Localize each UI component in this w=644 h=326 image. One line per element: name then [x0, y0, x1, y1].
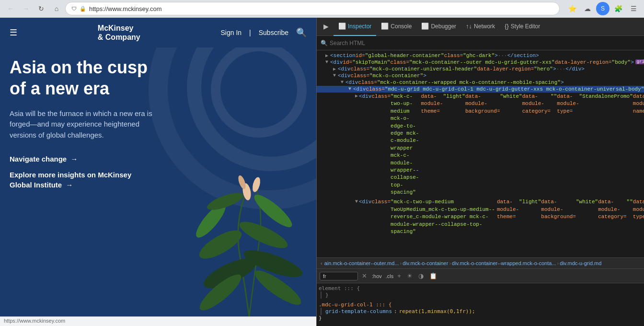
toggle-arrow[interactable]: ▼: [332, 73, 337, 78]
bookmark-button[interactable]: ⭐: [565, 2, 579, 15]
devtools-tabs: ▶ ⬜ Inspector ⬜ Console ⬜ Debugger ↑↓ Ne…: [317, 18, 644, 36]
logo: McKinsey & Company: [98, 23, 140, 42]
extensions-button[interactable]: 🧩: [611, 2, 625, 15]
lock-icon: 🔒: [80, 6, 86, 12]
breadcrumb-sep-3: ›: [557, 260, 559, 266]
search-icon[interactable]: 🔍: [296, 27, 307, 38]
breadcrumb-sep-1: ›: [400, 260, 402, 266]
grid-badge: grid: [635, 59, 644, 64]
html-line-universal-header[interactable]: ▶ <div class="mck-o-container-universal-…: [317, 66, 644, 72]
css-prop-line: grid-template-columns : repeat(1,minmax(…: [325, 308, 644, 315]
toggle-arrow[interactable]: ▶: [324, 53, 329, 58]
toggle-arrow[interactable]: ▶: [355, 93, 358, 100]
element-rule-header: element ::: {: [319, 285, 644, 291]
html-line-skipToMain[interactable]: ▼ <div id="skipToMain" class="mck-o-cont…: [317, 59, 644, 66]
breadcrumb-item-2[interactable]: div.mck-o-container: [402, 260, 448, 266]
pseudo-class-cls[interactable]: .cls: [386, 273, 394, 279]
home-button[interactable]: ⌂: [50, 2, 63, 15]
network-icon: ↑↓: [466, 23, 472, 30]
tab-style-editor[interactable]: {} Style Editor: [500, 18, 545, 36]
toggle-arrow[interactable]: ▼: [355, 198, 358, 205]
screenshot-btn[interactable]: 📋: [427, 271, 439, 280]
css-rules: element ::: { } .mdc-u-grid-col-1 ::: { …: [317, 283, 644, 326]
html-line-mdc-u-grid[interactable]: ▼ <div class="mdc-u-grid mdc-u-grid-col-…: [317, 86, 644, 93]
rule-header: .mdc-u-grid-col-1 ::: { a2ff66d8d2688022…: [319, 302, 644, 308]
plant-image: [182, 149, 316, 316]
browser-chrome: ← → ↻ ⌂ 🛡 🔒 https://www.mckinsey.com ⭐ ☁…: [0, 0, 644, 18]
browser-actions: ⭐ ☁ S 🧩 ☰: [565, 2, 640, 15]
breadcrumb-item-1[interactable]: ain.mck-o-container--outer.md...: [324, 260, 399, 266]
css-filter-input[interactable]: [320, 272, 358, 280]
inspector-content: 🔍 + ▶ <section id="global-header-contain…: [317, 36, 644, 326]
site-header: ☰ McKinsey & Company Sign In | Subscribe…: [0, 18, 316, 47]
pick-icon: ▶: [323, 23, 329, 30]
debugger-icon: ⬜: [421, 23, 429, 30]
html-tree: ▶ <section id="global-header-container" …: [317, 50, 644, 257]
breadcrumb-item-3[interactable]: div.mck-o-container--wrapped.mck-o-conta…: [452, 260, 556, 266]
html-line-two-up-2[interactable]: ▼ <div class="mck-c-two-up-medium TwoUpM…: [317, 198, 644, 236]
prop-line: }: [325, 291, 644, 299]
rule-block: grid-template-columns : repeat(1,minmax(…: [321, 308, 644, 315]
back-button[interactable]: ←: [4, 2, 17, 15]
element-rule: element ::: { }: [319, 285, 644, 299]
website-area: ☰ McKinsey & Company Sign In | Subscribe…: [0, 18, 316, 326]
toggle-arrow[interactable]: ▼: [340, 80, 345, 85]
style-editor-icon: {}: [505, 23, 509, 30]
devtools-panel: ▶ ⬜ Inspector ⬜ Console ⬜ Debugger ↑↓ Ne…: [316, 18, 644, 326]
light-mode-btn[interactable]: ☀: [405, 271, 414, 280]
site-content: Asia on the cusp of a new era Asia will …: [0, 47, 316, 316]
html-line-two-up-1[interactable]: ▶ <div class="mck-c-two-up-medium mck-o-…: [317, 93, 644, 198]
pseudo-class-hov[interactable]: :hov: [372, 273, 382, 279]
security-icon: 🛡: [71, 6, 77, 12]
tab-network[interactable]: ↑↓ Network: [461, 18, 500, 36]
html-line-section[interactable]: ▶ <section id="global-header-container" …: [317, 52, 644, 59]
dark-mode-btn[interactable]: ◑: [416, 271, 426, 280]
devtools-pick-tool[interactable]: ▶: [319, 18, 334, 36]
toggle-arrow[interactable]: ▶: [332, 66, 337, 72]
svg-point-4: [205, 189, 245, 213]
tab-debugger[interactable]: ⬜ Debugger: [416, 18, 461, 36]
menu-button[interactable]: ☰: [627, 2, 640, 15]
tab-console[interactable]: ⬜ Console: [376, 18, 416, 36]
add-rule-btn[interactable]: +: [395, 271, 403, 280]
hamburger-menu[interactable]: ☰: [10, 27, 17, 38]
forward-button[interactable]: →: [19, 2, 33, 15]
html-search-input[interactable]: [330, 40, 644, 47]
breadcrumb-nav-left[interactable]: ‹: [321, 260, 322, 266]
breadcrumb-sep-2: ›: [449, 260, 451, 266]
header-actions: Sign In | Subscribe 🔍: [221, 27, 307, 38]
hero-subtitle: Asia will be the furnace in which a new …: [10, 108, 163, 141]
inspector-icon: ⬜: [338, 23, 346, 30]
breadcrumb-bar: ‹ ain.mck-o-container--outer.md... › div…: [317, 257, 644, 269]
html-panel: 🔍 + ▶ <section id="global-header-contain…: [317, 36, 644, 326]
html-line-mck-o-container[interactable]: ▼ <div class="mck-o-container" >: [317, 72, 644, 79]
element-rule-block: }: [321, 291, 644, 299]
reload-button[interactable]: ↻: [34, 2, 48, 15]
tab-inspector[interactable]: ⬜ Inspector: [334, 18, 376, 36]
grid-col-rule: .mdc-u-grid-col-1 ::: { a2ff66d8d2688022…: [319, 302, 644, 321]
status-bar: https://www.mckinsey.com: [0, 316, 316, 326]
html-search-icon: 🔍: [321, 40, 328, 47]
breadcrumb-item-4[interactable]: div.mdc-u-grid.md: [560, 260, 601, 266]
clear-filter-btn[interactable]: ✕: [360, 271, 369, 280]
console-icon: ⬜: [381, 23, 389, 30]
toggle-arrow[interactable]: ▼: [324, 59, 329, 65]
main-area: ☰ McKinsey & Company Sign In | Subscribe…: [0, 18, 644, 326]
css-toolbar: ✕ :hov .cls + ☀ ◑ 📋 ⊞: [317, 269, 644, 283]
address-bar-container: 🛡 🔒 https://www.mckinsey.com: [65, 2, 560, 15]
toggle-arrow[interactable]: ▼: [347, 86, 352, 92]
pocket-button[interactable]: ☁: [581, 2, 594, 15]
rule-close: }: [319, 315, 644, 321]
hero-title: Asia on the cusp of a new era: [10, 57, 307, 98]
html-line-wrapped[interactable]: ▼ <div class="mck-o-container--wrapped m…: [317, 79, 644, 86]
subscribe-link[interactable]: Subscribe: [259, 29, 288, 36]
svg-point-6: [251, 176, 262, 193]
signin-link[interactable]: Sign In: [221, 29, 242, 36]
profile-button[interactable]: S: [596, 2, 610, 15]
browser-titlebar: ← → ↻ ⌂ 🛡 🔒 https://www.mckinsey.com ⭐ ☁…: [0, 0, 644, 17]
url-display: https://www.mckinsey.com: [89, 5, 553, 12]
nav-separator: |: [249, 29, 251, 36]
html-search-bar: 🔍 +: [317, 36, 644, 50]
